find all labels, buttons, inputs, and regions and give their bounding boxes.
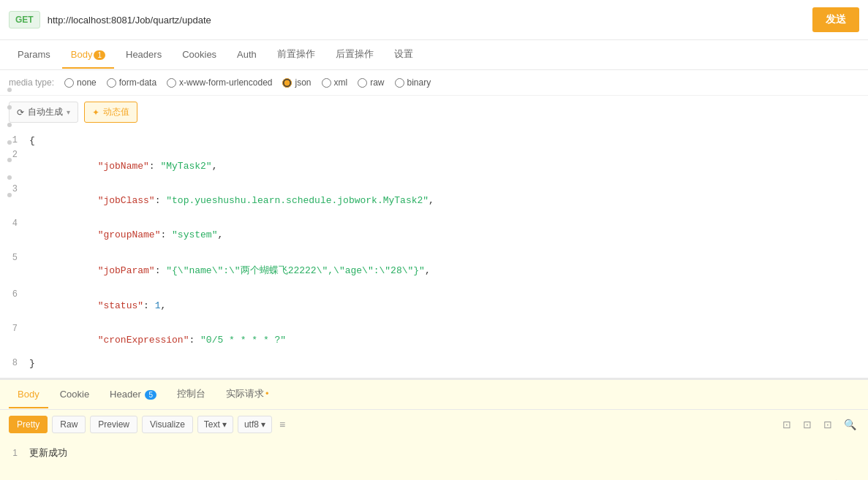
resp-preview-btn[interactable]: Preview [90, 416, 137, 433]
url-bar: GET 发送 [0, 0, 868, 40]
tab-post-action[interactable]: 后置操作 [327, 40, 382, 69]
radio-xml-input[interactable] [322, 78, 331, 88]
text-select[interactable]: Text ▾ [197, 416, 233, 433]
sidebar-dots [7, 88, 12, 197]
media-type-row: media type: none form-data x-www-form-ur… [0, 70, 868, 96]
code-editor[interactable]: 1 { 2 "jobName": "MyTask2", 3 "jobClass"… [0, 129, 868, 378]
zoom-btn[interactable]: 🔍 [841, 417, 859, 432]
resp-tab-actual-req[interactable]: 实际请求• [217, 380, 278, 409]
actual-req-dot: • [265, 388, 269, 399]
radio-none[interactable]: none [64, 77, 97, 88]
code-line-2: 2 "jobName": "MyTask2", [0, 149, 868, 183]
resp-raw-btn[interactable]: Raw [52, 416, 86, 433]
code-line-3: 3 "jobClass": "top.yueshushu.learn.sched… [0, 183, 868, 218]
tab-pre-action[interactable]: 前置操作 [268, 40, 324, 69]
action-buttons-row: ⟳ 自动生成 ▾ ✦ 动态值 [0, 96, 868, 129]
auto-gen-label: 自动生成 [28, 106, 63, 118]
clear-btn[interactable]: ⊡ [820, 417, 835, 432]
code-line-6: 6 "status": 1, [0, 289, 868, 323]
resp-toolbar-left: Pretty Raw Preview Visualize Text ▾ utf8… [9, 416, 288, 433]
resp-tab-cookie[interactable]: Cookie [51, 381, 98, 408]
resp-visualize-btn[interactable]: Visualize [142, 416, 193, 433]
dynamic-val-icon: ✦ [92, 107, 99, 118]
auto-gen-icon: ⟳ [17, 107, 24, 118]
dot-4 [7, 140, 12, 145]
encoding-select-chevron: ▾ [261, 419, 265, 430]
code-line-8: 8 } [0, 357, 868, 372]
search-icon-btn[interactable]: ⊡ [780, 417, 794, 432]
auto-gen-button[interactable]: ⟳ 自动生成 ▾ [9, 102, 78, 123]
auto-gen-chevron: ▾ [67, 108, 70, 116]
response-tabs: Body Cookie Header 5 控制台 实际请求• [0, 380, 868, 410]
dot-2 [7, 105, 12, 110]
radio-xml[interactable]: xml [322, 77, 348, 88]
response-content: 1 更新成功 [0, 439, 868, 476]
radio-raw-input[interactable] [358, 78, 367, 88]
wrap-lines-btn[interactable]: ≡ [276, 417, 288, 432]
radio-json[interactable]: json [282, 77, 311, 88]
tab-settings[interactable]: 设置 [385, 40, 422, 69]
resp-tab-console[interactable]: 控制台 [168, 380, 214, 409]
code-line-5: 5 "jobParam": "{\"name\":\"两个蝴蝶飞22222\",… [0, 252, 868, 289]
radio-none-input[interactable] [64, 78, 74, 88]
radio-urlencoded-input[interactable] [167, 78, 176, 88]
code-line-4: 4 "groupName": "system", [0, 218, 868, 252]
method-badge: GET [9, 11, 40, 28]
copy-btn[interactable]: ⊡ [800, 417, 815, 432]
main-container: GET 发送 Params Body1 Headers Cookies Auth… [0, 0, 868, 480]
url-input[interactable] [48, 15, 805, 26]
dot-3 [7, 123, 12, 127]
request-tabs: Params Body1 Headers Cookies Auth 前置操作 后… [0, 40, 868, 70]
response-toolbar: Pretty Raw Preview Visualize Text ▾ utf8… [0, 410, 868, 439]
resp-line-1: 1 更新成功 [0, 445, 868, 461]
tab-body[interactable]: Body1 [62, 42, 114, 69]
code-line-1: 1 { [0, 134, 868, 149]
resp-tab-header[interactable]: Header 5 [101, 381, 165, 408]
dot-1 [7, 88, 12, 92]
radio-json-input[interactable] [282, 78, 292, 88]
radio-urlencoded[interactable]: x-www-form-urlencoded [167, 77, 272, 88]
media-type-label: media type: [9, 77, 54, 88]
tab-params[interactable]: Params [9, 42, 59, 69]
dot-6 [7, 175, 12, 180]
radio-raw[interactable]: raw [358, 77, 384, 88]
resp-line-1-content: 更新成功 [29, 446, 67, 460]
resp-pretty-btn[interactable]: Pretty [9, 416, 48, 433]
dynamic-val-button[interactable]: ✦ 动态值 [84, 102, 137, 123]
radio-binary[interactable]: binary [395, 77, 431, 88]
dot-5 [7, 158, 12, 162]
response-section: Body Cookie Header 5 控制台 实际请求• Pretty Ra… [0, 378, 868, 480]
dynamic-val-label: 动态值 [103, 106, 129, 118]
encoding-select[interactable]: utf8 ▾ [238, 416, 272, 433]
dot-7 [7, 193, 12, 197]
radio-form-data[interactable]: form-data [107, 77, 156, 88]
code-line-7: 7 "cronExpression": "0/5 * * * * ?" [0, 323, 868, 357]
radio-form-data-input[interactable] [107, 78, 116, 88]
send-button[interactable]: 发送 [812, 7, 859, 32]
tab-cookies[interactable]: Cookies [173, 42, 225, 69]
radio-binary-input[interactable] [395, 78, 404, 88]
resp-toolbar-right: ⊡ ⊡ ⊡ 🔍 [780, 417, 859, 432]
text-select-chevron: ▾ [222, 419, 227, 430]
resp-tab-body[interactable]: Body [9, 381, 48, 408]
body-badge: 1 [94, 50, 105, 60]
watermark: CSDN @两个蝴蝶飞 [0, 476, 868, 480]
tab-headers[interactable]: Headers [117, 42, 170, 69]
tab-auth[interactable]: Auth [228, 42, 265, 69]
header-badge: 5 [145, 390, 156, 400]
